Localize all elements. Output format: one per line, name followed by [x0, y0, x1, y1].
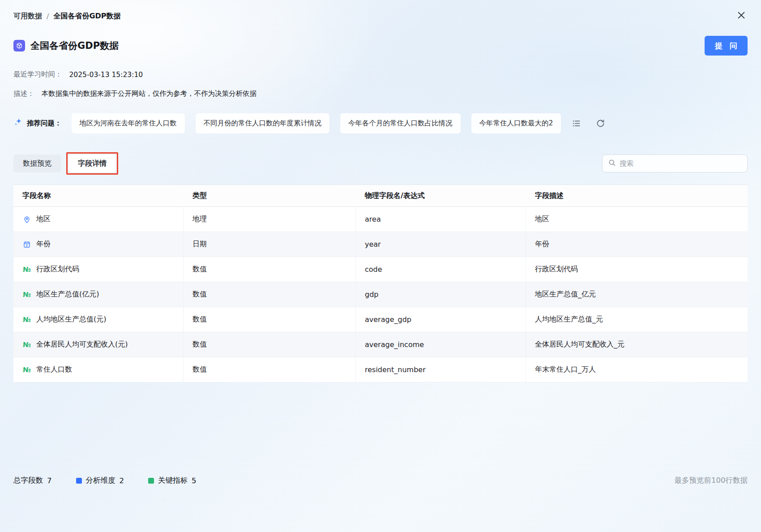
recommend-chip[interactable]: 今年各个月的常住人口数占比情况 — [340, 113, 461, 133]
search-box — [602, 154, 748, 172]
table-row: 地区地理area地区 — [13, 207, 748, 232]
field-name: 地区 — [36, 215, 51, 224]
field-name-cell: №全体居民人均可支配收入(元) — [13, 332, 184, 357]
numeric-icon: № — [22, 316, 31, 324]
field-name-cell: №行政区划代码 — [13, 257, 184, 282]
numeric-icon: № — [22, 291, 31, 299]
metric-label: 关键指标 — [158, 476, 188, 485]
search-icon — [608, 159, 616, 168]
close-icon — [736, 10, 746, 22]
field-type: 数值 — [184, 307, 356, 332]
field-desc: 地区生产总值_亿元 — [526, 282, 748, 307]
title-group: 全国各省份GDP数据 — [13, 39, 119, 52]
ask-button[interactable]: 提 问 — [705, 36, 748, 56]
dataset-detail-panel: 可用数据 / 全国各省份GDP数据 全国各省份GDP数据 提 问 最近学习时间：… — [0, 0, 761, 532]
table-row: №地区生产总值(亿元)数值gdp地区生产总值_亿元 — [13, 282, 748, 307]
total-fields-value: 7 — [47, 476, 52, 485]
recommend-tools — [571, 118, 606, 129]
field-desc: 全体居民人均可支配收入_元 — [526, 332, 748, 357]
recommend-chip[interactable]: 地区为河南在去年的常住人口数 — [72, 113, 185, 133]
field-desc: 地区 — [526, 207, 748, 232]
top-bar: 可用数据 / 全国各省份GDP数据 — [13, 9, 748, 23]
column-header-name: 字段名称 — [13, 191, 184, 201]
sparkle-icon — [13, 117, 23, 129]
metric-value: 5 — [192, 476, 197, 485]
dimension-label: 分析维度 — [86, 476, 115, 485]
dataset-cube-icon — [13, 40, 25, 51]
total-fields-label: 总字段数 — [13, 476, 43, 485]
question-list-icon[interactable] — [571, 118, 581, 129]
dimension-value: 2 — [120, 476, 124, 485]
table-row: №常住人口数数值resident_number年末常住人口_万人 — [13, 357, 748, 382]
recommend-row: 推荐问题： 地区为河南在去年的常住人口数不同月份的常住人口数的年度累计情况今年各… — [13, 113, 748, 133]
field-name-cell: №常住人口数 — [13, 357, 184, 382]
learn-time-label: 最近学习时间： — [13, 70, 62, 79]
table-row: 年份日期year年份 — [13, 232, 748, 257]
total-fields-stat: 总字段数 7 — [13, 476, 52, 485]
field-type: 数值 — [184, 357, 356, 382]
recommend-chip[interactable]: 不同月份的常住人口数的年度累计情况 — [196, 113, 330, 133]
column-header-type: 类型 — [184, 191, 356, 201]
table-row: №全体居民人均可支配收入(元)数值average_income全体居民人均可支配… — [13, 332, 748, 357]
field-physical: year — [356, 232, 526, 257]
description-label: 描述： — [13, 89, 34, 99]
close-button[interactable] — [735, 10, 748, 22]
field-physical: code — [356, 257, 526, 282]
field-desc: 行政区划代码 — [526, 257, 748, 282]
learn-time-value: 2025-03-13 15:23:10 — [69, 71, 143, 79]
field-desc: 年末常住人口_万人 — [526, 357, 748, 382]
description-value: 本数据集中的数据来源于公开网站，仅作为参考，不作为决策分析依据 — [42, 89, 257, 99]
calendar-icon — [22, 240, 31, 249]
column-header-physical: 物理字段名/表达式 — [356, 191, 526, 201]
footer-bar: 总字段数 7 分析维度 2 关键指标 5 最多预览前100行数据 — [13, 476, 748, 485]
field-name: 地区生产总值(亿元) — [36, 290, 99, 299]
refresh-icon[interactable] — [595, 118, 606, 129]
description-row: 描述： 本数据集中的数据来源于公开网站，仅作为参考，不作为决策分析依据 — [13, 89, 748, 99]
numeric-icon: № — [22, 341, 31, 349]
field-name-cell: 年份 — [13, 232, 184, 257]
field-name: 年份 — [36, 240, 51, 249]
footer-stats: 总字段数 7 分析维度 2 关键指标 5 — [13, 476, 197, 485]
numeric-icon: № — [22, 266, 31, 274]
breadcrumb-parent[interactable]: 可用数据 — [13, 12, 42, 21]
field-type: 地理 — [184, 207, 356, 232]
recommend-label-group: 推荐问题： — [13, 117, 62, 129]
preview-note: 最多预览前100行数据 — [675, 476, 748, 485]
field-type: 日期 — [184, 232, 356, 257]
breadcrumb-separator: / — [47, 12, 49, 21]
field-table-body: 地区地理area地区年份日期year年份№行政区划代码数值code行政区划代码№… — [13, 207, 748, 382]
tabs: 数据预览 字段详情 — [13, 152, 118, 175]
table-row: №人均地区生产总值(元)数值average_gdp人均地区生产总值_元 — [13, 307, 748, 332]
tab-data-preview[interactable]: 数据预览 — [13, 154, 61, 172]
field-name: 人均地区生产总值(元) — [36, 315, 106, 324]
field-type: 数值 — [184, 282, 356, 307]
title-row: 全国各省份GDP数据 提 问 — [13, 36, 748, 56]
dimension-stat: 分析维度 2 — [76, 476, 124, 485]
field-type: 数值 — [184, 332, 356, 357]
recommend-chips: 地区为河南在去年的常住人口数不同月份的常住人口数的年度累计情况今年各个月的常住人… — [72, 113, 561, 133]
dimension-square-icon — [76, 478, 82, 484]
recommend-chip[interactable]: 今年常住人口数最大的2 — [471, 113, 561, 133]
field-physical: average_gdp — [356, 307, 526, 332]
field-desc: 人均地区生产总值_元 — [526, 307, 748, 332]
breadcrumb: 可用数据 / 全国各省份GDP数据 — [13, 12, 121, 21]
location-pin-icon — [22, 215, 31, 223]
learn-time-row: 最近学习时间： 2025-03-13 15:23:10 — [13, 70, 748, 79]
metric-stat: 关键指标 5 — [148, 476, 197, 485]
field-name-cell: 地区 — [13, 207, 184, 232]
table-header: 字段名称 类型 物理字段名/表达式 字段描述 — [13, 185, 748, 207]
search-input[interactable] — [620, 159, 742, 167]
table-row: №行政区划代码数值code行政区划代码 — [13, 257, 748, 282]
field-name: 行政区划代码 — [36, 265, 79, 274]
field-name-cell: №人均地区生产总值(元) — [13, 307, 184, 332]
field-name: 常住人口数 — [36, 365, 72, 374]
column-header-desc: 字段描述 — [526, 191, 748, 201]
field-physical: resident_number — [356, 357, 526, 382]
page-title: 全国各省份GDP数据 — [30, 39, 119, 52]
annotation-highlight: 字段详情 — [66, 152, 118, 175]
tab-row: 数据预览 字段详情 — [13, 153, 748, 174]
field-type: 数值 — [184, 257, 356, 282]
tab-field-detail[interactable]: 字段详情 — [68, 154, 116, 172]
numeric-icon: № — [22, 366, 31, 374]
field-physical: average_income — [356, 332, 526, 357]
